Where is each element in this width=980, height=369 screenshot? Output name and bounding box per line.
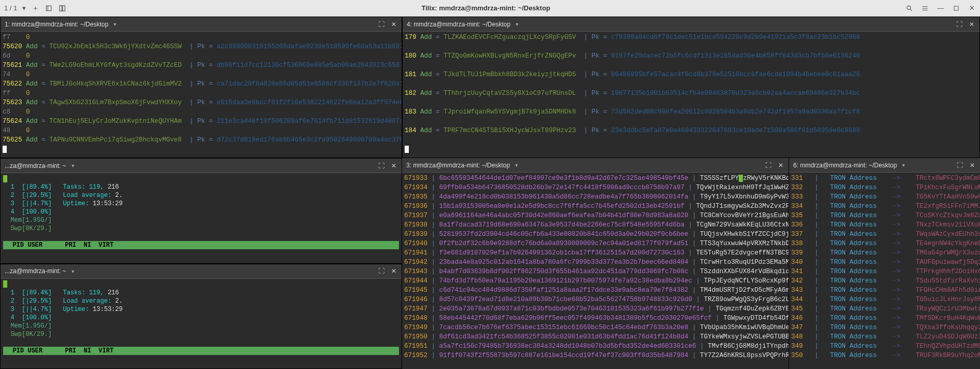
- svg-rect-1: [60, 5, 62, 11]
- terminal-output[interactable]: 179 Add = TLZKAEodEVCFcHZguaczqjLXcySRpF…: [403, 32, 979, 158]
- pane-header-6: 6: mmdrza@mmdrza-mint: ~/Desktop ⛶ ✕: [789, 158, 980, 173]
- close-pane-icon[interactable]: ✕: [969, 162, 976, 169]
- pane-title[interactable]: 1: mmdrza@mmdrza-mint: ~/Desktop: [5, 21, 116, 28]
- close-pane-icon[interactable]: ✕: [777, 162, 784, 169]
- terminal-output[interactable]: 671933 | 6bc65593454644de1d07eef84997ce9…: [402, 173, 789, 369]
- terminal-output[interactable]: f7 075620 Add = TCU92xJbEm1k5H3c3Wk6jYXd…: [1, 32, 402, 158]
- pane-title[interactable]: 6: mmdrza@mmdrza-mint: ~/Desktop: [793, 162, 905, 169]
- split-icon[interactable]: [58, 4, 66, 12]
- pane-title[interactable]: ...za@mmdrza-mint: ~: [5, 267, 74, 275]
- maximize-icon[interactable]: [952, 4, 960, 12]
- session-counter[interactable]: 1 / 1: [4, 4, 17, 12]
- dropdown-chev[interactable]: ▾: [22, 4, 26, 12]
- terminal-pane-htop-b[interactable]: ...za@mmdrza-mint: ~ ⛶ ✕ 1 [|89.4%] Task…: [0, 264, 402, 370]
- pane-header-local-a: ...za@mmdrza-mint: ~ ⛶ ✕: [1, 159, 402, 173]
- terminal-output[interactable]: 331 | TRON Address -> TRctx8WPFC3ydmCm8F…: [789, 173, 980, 369]
- fullscreen-icon[interactable]: ⛶: [956, 21, 963, 28]
- svg-rect-4: [954, 6, 958, 10]
- terminal-pane-1[interactable]: 1: mmdrza@mmdrza-mint: ~/Desktop ⛶ ✕ f7 …: [0, 17, 402, 158]
- plus-icon[interactable]: ＋: [31, 4, 39, 12]
- terminal-pane-3[interactable]: 3: mmdrza@mmdrza-mint: ~/Desktop ⛶ ✕ 671…: [402, 158, 789, 369]
- close-pane-icon[interactable]: ✕: [390, 21, 397, 28]
- svg-point-3: [907, 6, 910, 9]
- fullscreen-icon[interactable]: ⛶: [378, 267, 385, 275]
- pane-header-local-b: ...za@mmdrza-mint: ~ ⛶ ✕: [1, 264, 402, 279]
- close-pane-icon[interactable]: ✕: [390, 162, 397, 169]
- pane-title[interactable]: ...za@mmdrza-mint: ~: [5, 162, 74, 169]
- close-pane-icon[interactable]: ✕: [968, 21, 975, 28]
- fullscreen-icon[interactable]: ⛶: [765, 162, 772, 169]
- window-title: Tilix: mmdrza@mmdrza-mint: ~/Desktop: [66, 4, 905, 12]
- pane-title[interactable]: 4: mmdrza@mmdrza-mint: ~/Desktop: [407, 21, 518, 28]
- svg-rect-0: [47, 6, 51, 10]
- terminal-pane-htop-a[interactable]: ...za@mmdrza-mint: ~ ⛶ ✕ 1 [|89.4%] Task…: [0, 158, 402, 264]
- new-window-icon[interactable]: [45, 4, 53, 12]
- htop-output[interactable]: 1 [|89.4%] Tasks: 119, 216 2 [|29.5%] Lo…: [1, 279, 402, 357]
- fullscreen-icon[interactable]: ⛶: [378, 162, 385, 169]
- htop-output[interactable]: 1 [|89.4%] Tasks: 119, 216 2 [|29.5%] Lo…: [1, 173, 402, 251]
- fullscreen-icon[interactable]: ⛶: [956, 162, 963, 169]
- minimize-icon[interactable]: —: [936, 4, 945, 12]
- close-icon[interactable]: ✕: [968, 4, 976, 12]
- menu-icon[interactable]: [921, 4, 929, 12]
- fullscreen-icon[interactable]: ⛶: [378, 21, 385, 28]
- pane-header-4: 4: mmdrza@mmdrza-mint: ~/Desktop ⛶ ✕: [403, 17, 979, 32]
- terminal-pane-6[interactable]: 6: mmdrza@mmdrza-mint: ~/Desktop ⛶ ✕ 331…: [789, 158, 980, 369]
- close-pane-icon[interactable]: ✕: [390, 267, 397, 275]
- terminal-pane-4[interactable]: 4: mmdrza@mmdrza-mint: ~/Desktop ⛶ ✕ 179…: [402, 17, 980, 158]
- pane-title[interactable]: 3: mmdrza@mmdrza-mint: ~/Desktop: [406, 162, 518, 169]
- window-titlebar: 1 / 1 ▾ ＋ Tilix: mmdrza@mmdrza-mint: ~/D…: [0, 0, 980, 17]
- search-icon[interactable]: [905, 4, 914, 12]
- svg-rect-2: [63, 5, 65, 11]
- pane-header-3: 3: mmdrza@mmdrza-mint: ~/Desktop ⛶ ✕: [402, 158, 789, 173]
- pane-header-1: 1: mmdrza@mmdrza-mint: ~/Desktop ⛶ ✕: [1, 17, 402, 32]
